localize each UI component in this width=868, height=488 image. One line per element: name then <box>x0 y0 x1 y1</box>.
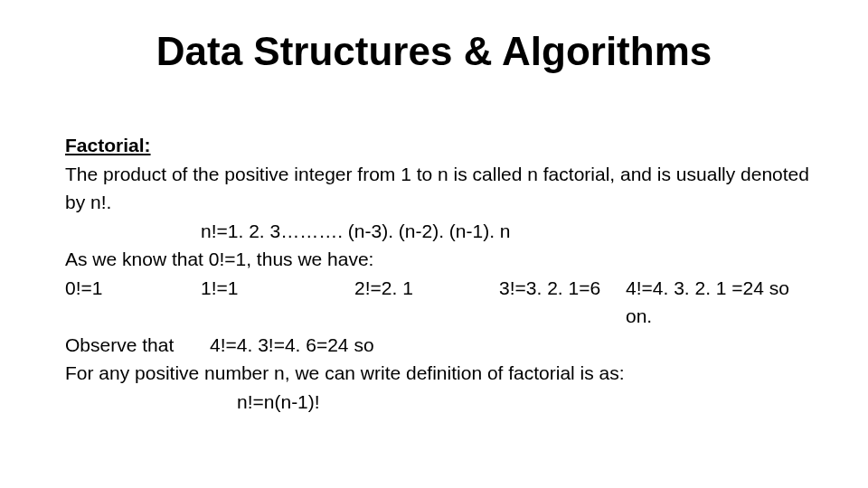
example-4: 4!=4. 3. 2. 1 =24 so on. <box>626 274 816 331</box>
observe-row: Observe that 4!=4. 3!=4. 6=24 so <box>65 331 816 360</box>
paragraph-definition: For any positive number n, we can write … <box>65 359 816 388</box>
slide: Data Structures & Algorithms Factorial: … <box>0 0 868 488</box>
example-3: 3!=3. 2. 1=6 <box>499 274 626 331</box>
paragraph-intro: The product of the positive integer from… <box>65 160 816 217</box>
observe-label: Observe that <box>65 331 210 360</box>
factorial-examples-row: 0!=1 1!=1 2!=2. 1 3!=3. 2. 1=6 4!=4. 3. … <box>65 274 816 331</box>
example-2: 2!=2. 1 <box>354 274 499 331</box>
formula-recursive: n!=n(n-1)! <box>65 388 816 417</box>
slide-title: Data Structures & Algorithms <box>0 29 868 74</box>
example-1: 1!=1 <box>201 274 354 331</box>
section-heading: Factorial: <box>65 131 816 160</box>
slide-body: Factorial: The product of the positive i… <box>65 131 816 416</box>
observe-value: 4!=4. 3!=4. 6=24 so <box>210 331 816 360</box>
paragraph-zero-fact: As we know that 0!=1, thus we have: <box>65 245 816 274</box>
example-0: 0!=1 <box>65 274 201 331</box>
formula-product: n!=1. 2. 3………. (n-3). (n-2). (n-1). n <box>65 217 816 246</box>
